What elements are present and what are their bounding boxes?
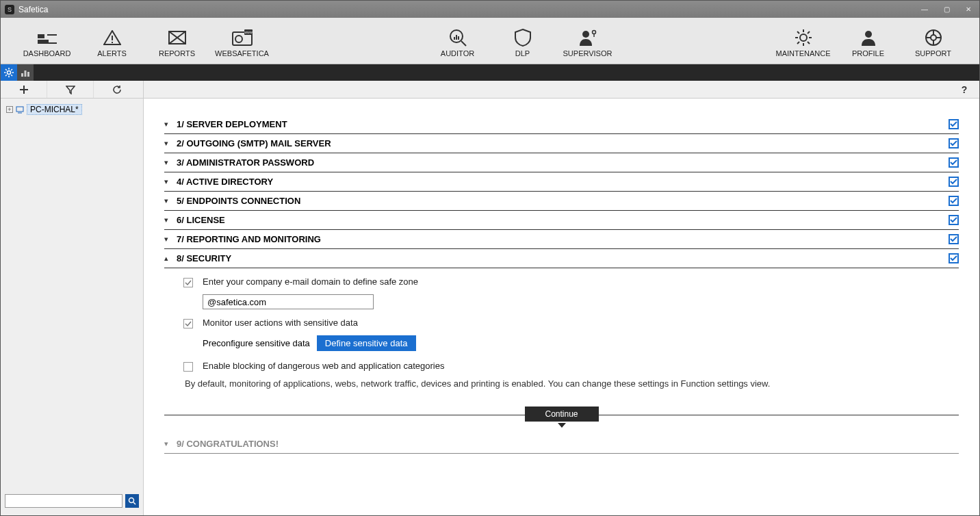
search-button[interactable]: [125, 494, 139, 508]
svg-rect-14: [458, 36, 459, 40]
svg-rect-5: [112, 42, 113, 43]
main-toolbar: DASHBOARD ALERTS REPORTS WWW WEBSAFETICA: [1, 18, 979, 64]
view-stats-button[interactable]: [17, 64, 34, 81]
security-row-domain: Enter your company e-mail domain to defi…: [183, 276, 959, 287]
nav-support[interactable]: SUPPORT: [901, 25, 966, 57]
continue-divider: Continue: [164, 415, 959, 415]
domain-input[interactable]: [203, 294, 374, 309]
chevron-down-icon: ▾: [164, 139, 177, 148]
continue-button[interactable]: Continue: [524, 407, 598, 422]
chevron-down-icon: ▾: [164, 235, 177, 244]
section-title: 5/ ENDPOINTS CONNECTION: [177, 196, 949, 206]
view-settings-button[interactable]: [1, 64, 17, 81]
chevron-down-icon: [558, 423, 566, 428]
nav-supervisor[interactable]: SUPERVISOR: [555, 25, 620, 57]
section-security-body: Enter your company e-mail domain to defi…: [164, 268, 959, 401]
section-title: 7/ REPORTING AND MONITORING: [177, 234, 949, 244]
svg-point-16: [592, 30, 595, 34]
maximize-button[interactable]: ▢: [936, 5, 957, 13]
main-panel: ? ▾ 1/ SERVER DEPLOYMENT ▾ 2/ OUTGOING (…: [144, 81, 979, 515]
section-title: 1/ SERVER DEPLOYMENT: [177, 119, 949, 129]
svg-point-17: [800, 34, 807, 41]
preconfigure-label: Preconfigure sensitive data: [203, 338, 310, 348]
checkbox-blocking-label: Enable blocking of dangerous web and app…: [203, 361, 444, 371]
nav-alerts[interactable]: ALERTS: [79, 25, 144, 57]
nav-auditor[interactable]: AUDITOR: [425, 25, 490, 57]
svg-point-26: [129, 498, 134, 503]
nav-dashboard-label: DASHBOARD: [23, 49, 71, 57]
section-congratulations[interactable]: ▾ 9/ CONGRATULATIONS!: [164, 435, 959, 454]
nav-websafetica[interactable]: WWW WEBSAFETICA: [209, 25, 274, 57]
title-bar: S Safetica — ▢ ✕: [1, 1, 979, 18]
computer-icon: [16, 105, 24, 114]
svg-point-8: [235, 36, 242, 42]
section-license[interactable]: ▾ 6/ LICENSE: [164, 211, 959, 230]
checkbox-blocking[interactable]: [183, 362, 193, 372]
section-title: 3/ ADMINISTRATOR PASSWORD: [177, 157, 949, 168]
minimize-button[interactable]: —: [914, 5, 936, 13]
nav-reports-label: REPORTS: [159, 49, 195, 57]
chevron-down-icon: ▾: [164, 439, 177, 448]
section-active-directory[interactable]: ▾ 4/ ACTIVE DIRECTORY: [164, 172, 959, 192]
section-title: 4/ ACTIVE DIRECTORY: [177, 177, 949, 187]
section-admin-password[interactable]: ▾ 3/ ADMINISTRATOR PASSWORD: [164, 153, 959, 172]
chevron-down-icon: ▾: [164, 177, 177, 186]
security-help-text: By default, monitoring of applications, …: [185, 378, 957, 389]
svg-rect-13: [456, 35, 457, 40]
checkbox-domain[interactable]: [183, 278, 193, 287]
svg-point-21: [8, 71, 11, 75]
reports-icon: [167, 29, 188, 47]
close-button[interactable]: ✕: [957, 5, 979, 13]
checkbox-domain-label: Enter your company e-mail domain to defi…: [203, 276, 418, 287]
section-check-icon: [949, 196, 959, 206]
svg-rect-23: [25, 70, 27, 77]
svg-rect-2: [47, 34, 57, 36]
expand-icon[interactable]: +: [6, 106, 13, 113]
domain-input-row: [203, 294, 959, 309]
window-controls: — ▢ ✕: [914, 5, 979, 13]
preconfigure-row: Preconfigure sensitive data Define sensi…: [203, 335, 959, 351]
sidebar: + PC-MICHAL*: [1, 81, 144, 515]
filter-button[interactable]: [47, 81, 94, 98]
content-toolbar: ?: [144, 81, 979, 99]
nav-profile[interactable]: PROFILE: [836, 25, 901, 57]
supervisor-icon: [578, 29, 598, 47]
chevron-down-icon: ▾: [164, 216, 177, 224]
section-title: 6/ LICENSE: [177, 215, 949, 225]
svg-rect-4: [112, 36, 113, 40]
checkbox-monitor-label: Monitor user actions with sensitive data: [203, 318, 358, 328]
section-check-icon: [949, 253, 959, 263]
nav-dlp[interactable]: DLP: [490, 25, 555, 57]
websafetica-icon: WWW: [232, 29, 253, 47]
tree-view: + PC-MICHAL*: [1, 99, 143, 492]
nav-reports[interactable]: REPORTS: [144, 25, 209, 57]
svg-text:WWW: WWW: [244, 31, 253, 34]
section-check-icon: [949, 138, 959, 149]
nav-dashboard[interactable]: DASHBOARD: [14, 25, 79, 57]
svg-point-20: [931, 35, 936, 40]
tree-node-root[interactable]: + PC-MICHAL*: [3, 103, 140, 116]
security-row-blocking: Enable blocking of dangerous web and app…: [183, 361, 959, 372]
search-input[interactable]: [5, 494, 122, 508]
checkbox-monitor[interactable]: [183, 319, 193, 328]
security-row-monitor: Monitor user actions with sensitive data: [183, 318, 959, 328]
svg-rect-22: [21, 73, 23, 77]
help-button[interactable]: ?: [956, 84, 972, 95]
nav-support-label: SUPPORT: [915, 49, 951, 57]
section-smtp[interactable]: ▾ 2/ OUTGOING (SMTP) MAIL SERVER: [164, 134, 959, 153]
section-title: 8/ SECURITY: [177, 253, 949, 263]
section-title: 9/ CONGRATULATIONS!: [177, 439, 959, 449]
svg-rect-1: [38, 34, 44, 38]
define-sensitive-data-button[interactable]: Define sensitive data: [317, 335, 416, 351]
alerts-icon: [102, 29, 122, 47]
section-security[interactable]: ▴ 8/ SECURITY: [164, 249, 959, 268]
section-server-deployment[interactable]: ▾ 1/ SERVER DEPLOYMENT: [164, 115, 959, 134]
section-endpoints[interactable]: ▾ 5/ ENDPOINTS CONNECTION: [164, 192, 959, 211]
section-title: 2/ OUTGOING (SMTP) MAIL SERVER: [177, 138, 949, 149]
add-button[interactable]: [1, 81, 47, 98]
nav-maintenance[interactable]: MAINTENANCE: [771, 25, 836, 57]
section-check-icon: [949, 215, 959, 225]
app-icon: S: [5, 5, 14, 14]
refresh-button[interactable]: [94, 81, 140, 98]
section-reporting[interactable]: ▾ 7/ REPORTING AND MONITORING: [164, 230, 959, 249]
